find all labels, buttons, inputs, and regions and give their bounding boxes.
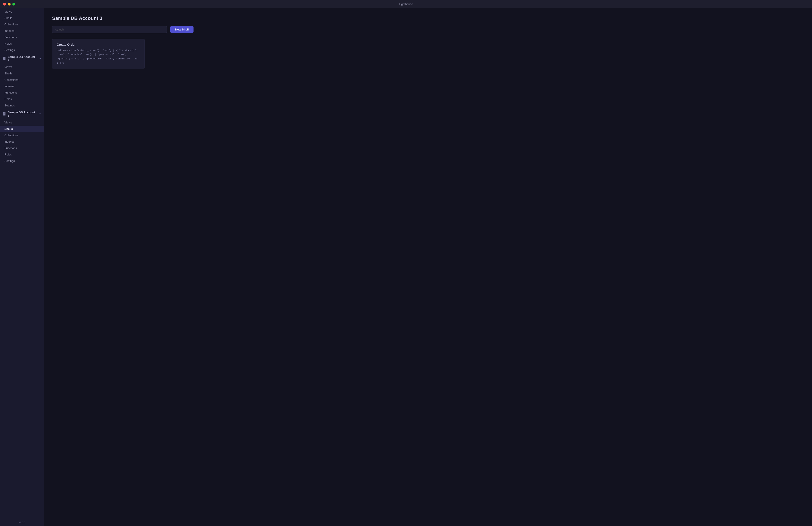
sidebar-item-views-acc3[interactable]: Views: [0, 119, 44, 126]
account-2-icon: 🗄: [3, 57, 6, 60]
account-2-name: Sample DB Account 2: [8, 55, 37, 62]
sidebar-item-functions-acc3[interactable]: Functions: [0, 145, 44, 151]
search-input[interactable]: [52, 26, 167, 33]
sidebar-account-2[interactable]: 🗄 Sample DB Account 2 ▼: [0, 53, 44, 64]
minimize-button[interactable]: [8, 3, 11, 5]
shell-card-code-0: CallFunction("submit_order"), "101", [ {…: [57, 48, 140, 65]
shell-card-title-0: Create Order: [57, 43, 140, 46]
sidebar-item-indexes-acc3[interactable]: Indexes: [0, 139, 44, 145]
sidebar-item-functions-top[interactable]: Functions: [0, 34, 44, 40]
account-3-arrow: ▼: [39, 113, 41, 115]
sidebar-item-roles-acc3[interactable]: Roles: [0, 151, 44, 158]
sidebar-item-views-top[interactable]: Views: [0, 9, 44, 15]
sidebar-item-settings-acc2[interactable]: Settings: [0, 102, 44, 109]
sidebar-item-indexes-acc2[interactable]: Indexes: [0, 83, 44, 89]
version-label: v1.0.0: [0, 519, 44, 526]
sidebar-item-collections-acc2[interactable]: Collections: [0, 76, 44, 83]
app-title: Lighthouse: [399, 2, 413, 6]
toolbar-row: New Shell: [52, 26, 804, 33]
sidebar-item-collections-acc3[interactable]: Collections: [0, 132, 44, 139]
titlebar: Lighthouse: [0, 0, 812, 9]
shell-card-0[interactable]: Create Order CallFunction("submit_order"…: [52, 39, 145, 69]
sidebar-item-shells-top[interactable]: Shells: [0, 15, 44, 21]
sidebar-item-functions-acc2[interactable]: Functions: [0, 89, 44, 96]
close-button[interactable]: [3, 3, 6, 5]
app-window: Views Shells Collections Indexes Functio…: [0, 9, 812, 526]
sidebar-item-roles-acc2[interactable]: Roles: [0, 96, 44, 102]
sidebar-account-3[interactable]: 🗄 Sample DB Account 3 ▼: [0, 109, 44, 119]
new-shell-button[interactable]: New Shell: [170, 26, 193, 33]
sidebar-item-indexes-top[interactable]: Indexes: [0, 28, 44, 34]
sidebar-item-roles-top[interactable]: Roles: [0, 40, 44, 47]
sidebar-item-views-acc2[interactable]: Views: [0, 64, 44, 70]
account-3-name: Sample DB Account 3: [8, 111, 37, 117]
sidebar-item-shells-acc2[interactable]: Shells: [0, 70, 44, 76]
maximize-button[interactable]: [12, 3, 15, 5]
account-2-arrow: ▼: [39, 57, 41, 60]
window-controls: [3, 3, 15, 5]
sidebar-item-settings-acc3[interactable]: Settings: [0, 158, 44, 164]
sidebar-item-shells-acc3[interactable]: Shells: [0, 126, 44, 132]
page-title: Sample DB Account 3: [52, 15, 804, 21]
main-content: Sample DB Account 3 New Shell Create Ord…: [44, 9, 812, 526]
account-3-icon: 🗄: [3, 112, 6, 116]
sidebar-item-settings-top[interactable]: Settings: [0, 47, 44, 53]
sidebar: Views Shells Collections Indexes Functio…: [0, 9, 44, 526]
sidebar-item-collections-top[interactable]: Collections: [0, 21, 44, 28]
